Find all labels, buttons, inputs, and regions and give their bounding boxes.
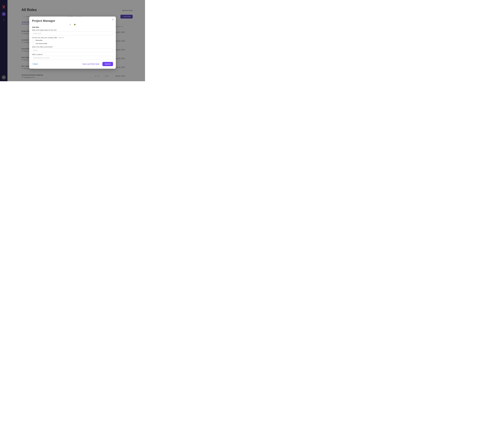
close-icon: ×	[112, 18, 114, 21]
modal-title: Project Manager	[32, 19, 113, 22]
role-wizard-modal: × Project Manager Job Info What is the t…	[29, 16, 116, 69]
checkbox-visa-label: Visa Sponsorship	[35, 43, 47, 44]
modal-footer: < Back Save and finish later Submit	[32, 62, 113, 66]
label-environment: What is the office environment?	[32, 46, 113, 48]
label-location: Office Location?	[32, 54, 113, 55]
modal-overlay[interactable]: × Project Manager Job Info What is the t…	[0, 0, 145, 81]
environment-select[interactable]: Select	[32, 48, 113, 52]
checkbox-relocation[interactable]	[32, 39, 34, 41]
save-later-button[interactable]: Save and finish later	[83, 63, 100, 65]
submit-button[interactable]: Submit	[102, 62, 113, 66]
label-offers: For this role, does your company offer: …	[32, 37, 113, 38]
checkbox-visa-row: Visa Sponsorship	[32, 42, 113, 45]
salary-input[interactable]	[32, 32, 113, 35]
step-indicator	[32, 24, 113, 25]
label-salary: What is the target salary for this role?	[32, 29, 113, 31]
step-dot-2[interactable]	[74, 24, 76, 25]
checkbox-relocation-label: Relocation	[35, 39, 43, 41]
section-title: Job Info	[32, 26, 113, 28]
checkbox-visa[interactable]	[32, 42, 34, 45]
back-button[interactable]: < Back	[32, 63, 38, 65]
location-input[interactable]	[32, 56, 113, 60]
checkbox-relocation-row: Relocation	[32, 39, 113, 41]
close-button[interactable]: ×	[112, 18, 114, 21]
step-dot-1[interactable]	[69, 24, 71, 25]
